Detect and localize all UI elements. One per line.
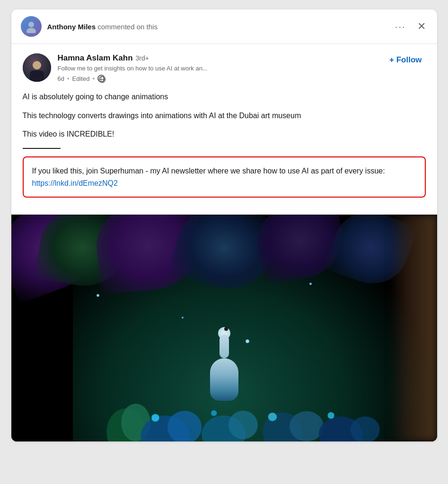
svg-point-14 — [350, 416, 379, 441]
svg-point-17 — [268, 413, 277, 421]
svg-point-12 — [289, 411, 323, 441]
newsletter-text: If you liked this, join Superhuman - my … — [32, 167, 385, 175]
author-avatar — [23, 53, 51, 82]
right-blur-overlay — [390, 215, 437, 441]
svg-point-18 — [327, 412, 334, 419]
video-background — [11, 215, 437, 441]
linkedin-post-card: Anthony Miles commented on this ··· ✕ Ha — [11, 9, 437, 441]
notification-bar: Anthony Miles commented on this ··· ✕ — [11, 9, 437, 44]
meta-dot-2: • — [92, 75, 95, 82]
time-ago: 6d — [58, 75, 64, 82]
author-name-row: Hamna Aslam Kahn 3rd+ — [58, 53, 379, 63]
more-options-button[interactable]: ··· — [393, 19, 408, 34]
notification-actions: ··· ✕ — [393, 19, 428, 34]
foliage-top — [11, 215, 437, 339]
glow-dot-3 — [246, 339, 249, 343]
svg-point-0 — [28, 22, 34, 27]
svg-point-16 — [211, 410, 216, 416]
post-line-2: This technology converts drawings into a… — [23, 110, 426, 122]
post-line-3: This video is INCREDIBLE! — [23, 128, 426, 140]
edited-label: Edited — [72, 75, 90, 82]
meta-dot-1: • — [67, 75, 70, 82]
post-body: AI is absolutely going to change animati… — [23, 91, 426, 140]
author-name[interactable]: Hamna Aslam Kahn — [58, 53, 133, 63]
notification-action: commented on this — [97, 23, 158, 31]
creature-eye — [224, 327, 228, 331]
commenter-avatar — [21, 16, 42, 37]
svg-point-8 — [167, 411, 202, 441]
author-tagline: Follow me to get insights on how to use … — [58, 64, 379, 73]
svg-point-1 — [26, 28, 36, 33]
globe-icon — [97, 75, 105, 82]
follow-button[interactable]: + Follow — [386, 53, 425, 67]
divider-line — [23, 148, 61, 149]
bottom-foliage — [87, 385, 399, 441]
glow-dot-4 — [309, 283, 312, 285]
svg-point-10 — [228, 411, 258, 439]
author-info: Hamna Aslam Kahn 3rd+ Follow me to get i… — [58, 53, 379, 82]
post-author-section: Hamna Aslam Kahn 3rd+ Follow me to get i… — [23, 53, 426, 82]
close-button[interactable]: ✕ — [415, 19, 428, 34]
notification-text: Anthony Miles commented on this — [47, 23, 387, 31]
newsletter-highlight-box: If you liked this, join Superhuman - my … — [23, 156, 426, 198]
video-thumbnail[interactable] — [11, 215, 437, 441]
connection-badge: 3rd+ — [136, 54, 149, 62]
post-content: Hamna Aslam Kahn 3rd+ Follow me to get i… — [11, 44, 437, 215]
glow-dot-2 — [182, 317, 184, 319]
post-line-1: AI is absolutely going to change animati… — [23, 91, 426, 103]
newsletter-link[interactable]: https://lnkd.in/dEmezNQ2 — [32, 179, 118, 187]
svg-point-15 — [151, 414, 159, 422]
post-meta: 6d • Edited • — [58, 75, 379, 82]
commenter-name: Anthony Miles — [47, 23, 96, 31]
creature-neck — [220, 335, 229, 358]
glow-dot-1 — [97, 294, 99, 297]
